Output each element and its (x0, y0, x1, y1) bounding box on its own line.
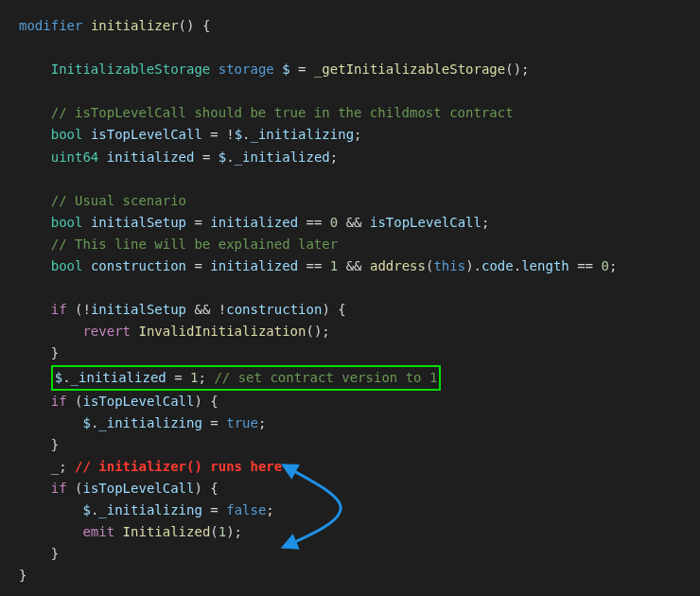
event-name: Initialized (123, 524, 211, 539)
lp: ( (210, 524, 218, 539)
obj: $ (82, 415, 90, 430)
bool-false: false (226, 502, 266, 517)
error-name: InvalidInitialization (138, 324, 306, 339)
obj: $ (55, 370, 62, 385)
eq: = (202, 149, 210, 165)
field: _initializing (98, 415, 202, 430)
var: construction (91, 258, 186, 273)
num: 0 (601, 258, 608, 273)
eq: = (174, 370, 182, 385)
num: 1 (330, 258, 338, 273)
brace: } (51, 345, 59, 360)
obj: $ (235, 127, 242, 142)
bool-true: true (226, 415, 258, 430)
comment: // Usual scenario (51, 193, 186, 208)
op: == (306, 215, 323, 230)
member: length (521, 258, 569, 273)
op: && (346, 215, 362, 230)
type-bool: bool (51, 258, 83, 273)
type-bool: bool (51, 127, 83, 142)
obj: $ (219, 149, 226, 165)
eq: = (210, 127, 218, 142)
bang: ! (82, 302, 90, 317)
dot: . (226, 149, 234, 165)
emit-kw: emit (82, 524, 114, 539)
if-kw: if (51, 481, 67, 496)
storage-kw: storage (219, 61, 274, 77)
eq: = (194, 258, 201, 273)
num: 1 (190, 370, 198, 385)
highlighted-line: $._initialized = 1; // set contract vers… (51, 365, 442, 391)
field: _initializing (98, 502, 202, 517)
var: initialized (107, 149, 195, 165)
rp: ) (194, 394, 201, 409)
keyword-modifier: modifier (19, 18, 82, 33)
bang: ! (219, 302, 226, 317)
brace: { (210, 394, 218, 409)
fn-call: _getInitializableStorage (314, 61, 505, 77)
if-kw: if (51, 394, 67, 409)
field: _initializing (251, 127, 355, 142)
op: && (346, 258, 362, 273)
highlight-fn-name: initializer() (98, 459, 202, 474)
semi: ; (609, 258, 617, 273)
rhs: initialized (210, 258, 298, 273)
brace: { (338, 302, 345, 317)
dot: . (62, 370, 70, 385)
function-name: initializer (91, 18, 179, 33)
var: construction (226, 302, 322, 317)
bang: ! (226, 127, 234, 142)
fn: address (370, 258, 426, 273)
brace: } (51, 546, 59, 561)
semi: ; (354, 127, 361, 142)
semi: ; (258, 415, 266, 430)
rp: ) (194, 481, 201, 496)
type-uint64: uint64 (51, 149, 99, 165)
paren: (); (505, 61, 529, 77)
placeholder: _ (51, 459, 59, 474)
semi: ; (266, 502, 273, 517)
field: _initialized (71, 370, 166, 385)
parens: () (179, 18, 195, 33)
comment: // set contract version to 1 (214, 370, 437, 385)
rhs: isTopLevelCall (370, 215, 481, 230)
semi: ; (330, 149, 338, 165)
brace: { (210, 481, 218, 496)
eq: = (194, 215, 201, 230)
obj: $ (82, 502, 90, 517)
rp: ) (322, 302, 329, 317)
semi: ; (481, 215, 489, 230)
dot: . (514, 258, 521, 273)
if-kw: if (51, 302, 67, 317)
type-name: InitializableStorage (51, 61, 211, 77)
highlight-comment: runs here (202, 459, 282, 474)
type-bool: bool (51, 215, 83, 230)
comment: // This line will be explained later (51, 237, 338, 252)
var: initialSetup (91, 215, 186, 230)
eq: = (210, 415, 218, 430)
brace: } (51, 437, 59, 452)
brace: { (202, 18, 210, 33)
member: code (481, 258, 514, 273)
rhs: initialized (210, 215, 298, 230)
op: && (194, 302, 210, 317)
dot: . (474, 258, 481, 273)
eq: = (210, 502, 218, 517)
semi: ; (59, 459, 66, 474)
this-kw: this (433, 258, 465, 273)
op: == (306, 258, 323, 273)
field: _initialized (235, 149, 330, 165)
paren: (); (306, 324, 329, 339)
op: == (577, 258, 593, 273)
rp: ); (226, 524, 242, 539)
dot: . (242, 127, 250, 142)
num: 1 (219, 524, 226, 539)
eq: = (298, 61, 306, 77)
num: 0 (330, 215, 338, 230)
var: isTopLevelCall (91, 127, 202, 142)
semi: ; (199, 370, 206, 385)
var: initialSetup (91, 302, 186, 317)
code-block: modifier initializer() { InitializableSt… (19, 15, 681, 587)
rp: ) (465, 258, 473, 273)
var: $ (282, 61, 289, 77)
